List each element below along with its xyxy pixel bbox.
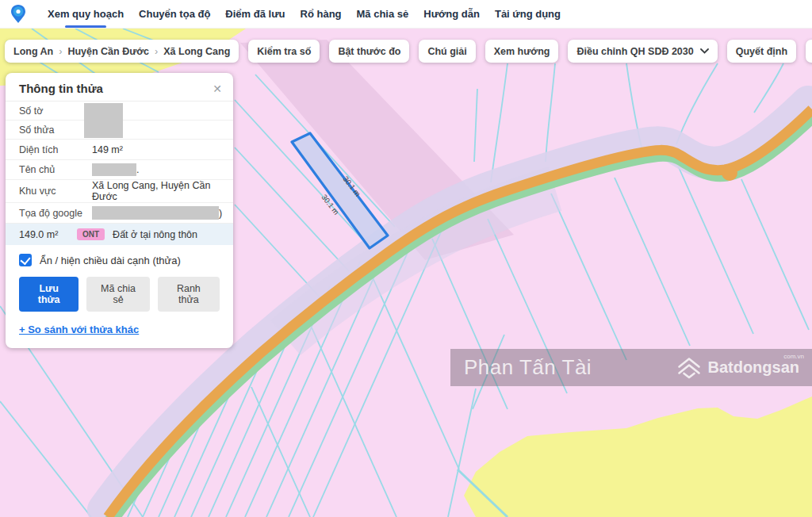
landuse-name: Đất ở tại nông thôn — [113, 229, 197, 240]
edge-length-checkbox-label: Ẩn / hiện chiều dài cạnh (thửa) — [40, 255, 181, 266]
save-parcel-button[interactable]: Lưu thửa — [19, 277, 79, 312]
plan-layer-dropdown[interactable]: Điều chỉnh QH SDĐ 2030 — [568, 40, 717, 63]
breadcrumb-district[interactable]: Huyện Cần Đước — [67, 46, 149, 57]
chevron-down-icon — [700, 48, 709, 54]
parcel-number-label: Số thửa — [19, 124, 92, 136]
coords-suffix: ) — [219, 208, 222, 219]
top-navbar: Xem quy hoạch Chuyển tọa độ Điểm đã lưu … — [0, 0, 812, 29]
plan-layer-label: Điều chỉnh QH SDĐ 2030 — [576, 46, 693, 57]
map-toolbar: Long An › Huyện Cần Đước › Xã Long Cang … — [5, 40, 809, 63]
breadcrumb[interactable]: Long An › Huyện Cần Đước › Xã Long Cang — [5, 40, 239, 63]
compare-parcel-link[interactable]: + So sánh với thửa khác — [19, 324, 139, 335]
watermark-name: Phan Tấn Tài — [464, 355, 592, 380]
nav-menu: Xem quy hoạch Chuyển tọa độ Điểm đã lưu … — [48, 0, 561, 28]
fade-base-control: Làm mờ nền — [806, 40, 812, 63]
region-value: Xã Long Cang, Huyện Cần Đước — [92, 180, 233, 202]
app-logo-pin-icon[interactable] — [10, 4, 27, 25]
nav-item-diem-da-luu[interactable]: Điểm đã lưu — [225, 0, 285, 28]
road-junction — [722, 165, 737, 181]
brand-suffix: com.vn — [783, 353, 804, 360]
landuse-summary-row: 149.0 m² ONT Đất ở tại nông thôn — [6, 224, 233, 245]
region-label: Khu vực — [19, 186, 92, 197]
share-code-button[interactable]: Mã chia sẻ — [86, 277, 149, 312]
watermark-bar: Phan Tấn Tài Batdongsan com.vn — [450, 349, 812, 386]
row-area: Diện tích 149 m² — [6, 140, 233, 160]
breadcrumb-commune[interactable]: Xã Long Cang — [163, 46, 230, 57]
batdongsan-logo-icon — [676, 356, 702, 380]
parcel-info-panel: Thông tin thửa ✕ Số tờ Số thửa Diện tích… — [6, 73, 233, 348]
area-value: 149 m² — [92, 144, 123, 155]
sheet-number-label: Số tờ — [19, 105, 92, 117]
nav-item-chuyen-toa-do[interactable]: Chuyển tọa độ — [139, 0, 210, 28]
ruler-toggle-button[interactable]: Bật thước đo — [329, 40, 409, 63]
nav-item-tai-ung-dung[interactable]: Tải ứng dụng — [495, 0, 561, 28]
decision-button[interactable]: Quyết định — [727, 40, 796, 63]
parcel-boundary-button[interactable]: Ranh thửa — [158, 277, 220, 312]
landuse-area: 149.0 m² — [19, 229, 77, 240]
coords-label: Tọa độ google — [19, 208, 92, 219]
redacted-coords-value — [92, 206, 219, 220]
redacted-owner-value — [92, 163, 136, 176]
nav-item-ro-hang[interactable]: Rổ hàng — [301, 0, 342, 28]
panel-title: Thông tin thửa — [19, 82, 103, 95]
row-google-coords: Tọa độ google ) — [6, 203, 233, 224]
row-owner: Tên chủ . — [6, 160, 233, 180]
view-direction-button[interactable]: Xem hướng — [485, 40, 559, 63]
owner-suffix: . — [136, 164, 139, 175]
edge-length-checkbox[interactable] — [19, 254, 32, 266]
breadcrumb-separator-icon: › — [155, 46, 158, 57]
nav-item-ma-chia-se[interactable]: Mã chia sẻ — [357, 0, 409, 28]
redacted-sheet-parcel-value — [84, 103, 123, 138]
row-region: Khu vực Xã Long Cang, Huyện Cần Đước — [6, 180, 233, 203]
brand-logo: Batdongsan com.vn — [676, 356, 802, 380]
brand-name: Batdongsan — [707, 358, 799, 377]
breadcrumb-province[interactable]: Long An — [13, 46, 53, 57]
map-container: 30.1 m 30.1 m Long An › Huyện Cần Đước ›… — [0, 29, 812, 517]
edge-length-toggle-row: Ẩn / hiện chiều dài cạnh (thửa) — [19, 254, 233, 266]
close-icon[interactable]: ✕ — [213, 83, 222, 94]
nav-item-xem-quy-hoach[interactable]: Xem quy hoạch — [48, 0, 124, 28]
legend-button[interactable]: Chú giải — [419, 40, 475, 63]
breadcrumb-separator-icon: › — [59, 46, 62, 57]
owner-label: Tên chủ — [19, 164, 92, 175]
check-number-button[interactable]: Kiểm tra số — [248, 40, 320, 63]
landuse-code-badge: ONT — [77, 228, 105, 240]
nav-item-huong-dan[interactable]: Hướng dẫn — [423, 0, 480, 28]
area-label: Diện tích — [19, 144, 92, 155]
